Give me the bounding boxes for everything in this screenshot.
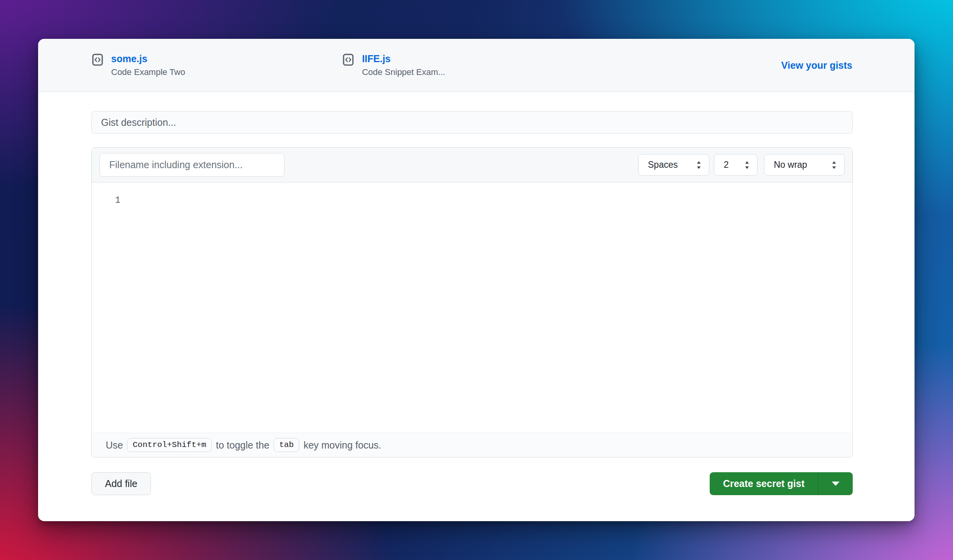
indent-mode-value: Spaces — [648, 160, 678, 170]
editor-footer-hint: Use Control+Shift+m to toggle the tab ke… — [92, 433, 852, 457]
filename-input[interactable] — [99, 153, 285, 177]
gist-file-link-iife-js[interactable]: IIFE.js Code Snippet Exam... — [342, 53, 445, 77]
form-actions: Add file Create secret gist — [91, 472, 853, 495]
create-gist-split-button: Create secret gist — [710, 472, 853, 495]
chevron-down-icon — [832, 482, 840, 486]
wrap-mode-select[interactable]: No wrap — [764, 154, 845, 176]
wrap-mode-value: No wrap — [774, 160, 807, 170]
file-description: Code Example Two — [111, 67, 185, 77]
hint-text: key moving focus. — [304, 440, 381, 451]
indent-size-select[interactable]: 2 — [714, 154, 758, 176]
editor-toolbar: Spaces 2 No wrap — [92, 148, 852, 183]
keyboard-shortcut-chip: Control+Shift+m — [127, 438, 211, 452]
keyboard-key-chip: tab — [274, 438, 299, 452]
gist-file-link-some-js[interactable]: some.js Code Example Two — [92, 53, 185, 77]
add-file-button[interactable]: Add file — [91, 472, 151, 495]
indent-mode-select[interactable]: Spaces — [638, 154, 709, 176]
file-name-link[interactable]: IIFE.js — [362, 53, 445, 64]
hint-text: Use — [106, 440, 123, 451]
file-name-link[interactable]: some.js — [111, 53, 185, 64]
code-file-icon — [92, 54, 103, 66]
file-description: Code Snippet Exam... — [362, 67, 445, 77]
gist-form: Spaces 2 No wrap — [38, 92, 915, 521]
create-secret-gist-button[interactable]: Create secret gist — [710, 472, 818, 495]
gist-header: some.js Code Example Two IIFE.js Code Sn… — [38, 39, 915, 92]
code-file-icon — [342, 54, 354, 66]
gist-editor-card: some.js Code Example Two IIFE.js Code Sn… — [38, 39, 915, 521]
code-editor-area[interactable]: 1 — [92, 183, 852, 433]
file-meta: some.js Code Example Two — [111, 53, 185, 77]
view-your-gists-link[interactable]: View your gists — [781, 60, 852, 71]
line-number: 1 — [115, 195, 120, 205]
gist-description-input[interactable] — [91, 111, 853, 134]
file-meta: IIFE.js Code Snippet Exam... — [362, 53, 445, 77]
select-arrows-icon — [830, 160, 838, 170]
file-editor: Spaces 2 No wrap — [91, 147, 853, 457]
select-arrows-icon — [743, 160, 751, 170]
select-arrows-icon — [695, 160, 703, 170]
gist-visibility-dropdown-button[interactable] — [818, 472, 853, 495]
indent-size-value: 2 — [724, 160, 729, 170]
hint-text: to toggle the — [216, 440, 270, 451]
